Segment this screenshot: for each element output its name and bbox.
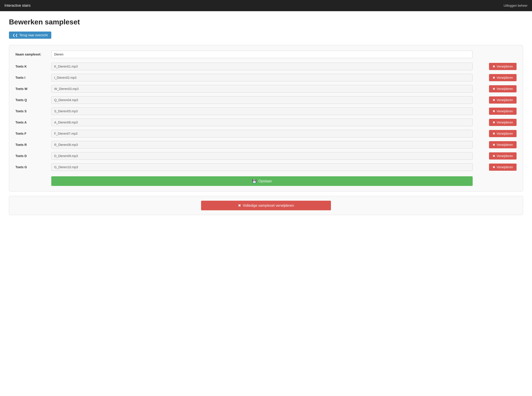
delete-full-button[interactable]: ✖ Volledige sampleset verwijderen — [201, 201, 331, 210]
toets-input-5[interactable] — [51, 119, 473, 126]
back-button[interactable]: ❮❮ Terug naar overzicht — [9, 32, 51, 39]
toets-label-5: Toets A — [15, 121, 51, 124]
toets-input-0[interactable] — [51, 63, 473, 70]
delete-button-0[interactable]: ✖ Verwijderen — [489, 63, 517, 70]
toets-input-col-4 — [51, 107, 473, 115]
toets-label-6: Toets F — [15, 132, 51, 135]
delete-button-3[interactable]: ✖ Verwijderen — [489, 96, 517, 104]
toets-row-2: Toets W ✖ Verwijderen — [15, 85, 517, 93]
delete-label-1: Verwijderen — [497, 76, 513, 79]
toets-label-9: Toets G — [15, 165, 51, 169]
toets-row-8: Toets D ✖ Verwijderen — [15, 152, 517, 160]
toets-input-col-3 — [51, 96, 473, 104]
toets-label-3: Toets Q — [15, 98, 51, 102]
toets-action-col-2: ✖ Verwijderen — [476, 85, 517, 92]
logout-link[interactable]: Uitloggen beheer — [503, 4, 527, 7]
save-icon: 💾 — [252, 179, 257, 183]
delete-button-5[interactable]: ✖ Verwijderen — [489, 119, 517, 126]
naam-label: Naam sampleset: — [15, 52, 51, 56]
toets-input-col-5 — [51, 119, 473, 126]
toets-input-6[interactable] — [51, 130, 473, 137]
toets-label-2: Toets W — [15, 87, 51, 91]
delete-label-7: Verwijderen — [497, 143, 513, 146]
delete-label-6: Verwijderen — [497, 132, 513, 135]
toets-action-col-1: ✖ Verwijderen — [476, 74, 517, 81]
naam-row: Naam sampleset: — [15, 51, 517, 58]
delete-button-1[interactable]: ✖ Verwijderen — [489, 74, 517, 81]
toets-action-col-3: ✖ Verwijderen — [476, 96, 517, 104]
delete-button-2[interactable]: ✖ Verwijderen — [489, 85, 517, 92]
delete-full-icon: ✖ — [238, 203, 241, 208]
toets-row-6: Toets F ✖ Verwijderen — [15, 130, 517, 137]
toets-label-4: Toets S — [15, 109, 51, 113]
toets-rows-container: Toets K ✖ Verwijderen Toets I ✖ Verwijde… — [15, 63, 517, 171]
toets-label-7: Toets R — [15, 143, 51, 146]
toets-label-8: Toets D — [15, 154, 51, 158]
delete-label-4: Verwijderen — [497, 109, 513, 113]
delete-button-9[interactable]: ✖ Verwijderen — [489, 163, 517, 171]
toets-input-4[interactable] — [51, 107, 473, 115]
toets-row-1: Toets I ✖ Verwijderen — [15, 74, 517, 82]
toets-action-col-9: ✖ Verwijderen — [476, 163, 517, 171]
page-content: Bewerken sampleset ❮❮ Terug naar overzic… — [0, 11, 532, 396]
delete-full-label: Volledige sampleset verwijderen — [243, 204, 294, 208]
toets-input-col-9 — [51, 163, 473, 171]
delete-label-3: Verwijderen — [497, 98, 513, 102]
toets-input-3[interactable] — [51, 96, 473, 104]
toets-input-col-7 — [51, 141, 473, 149]
toets-action-col-7: ✖ Verwijderen — [476, 141, 517, 148]
toets-input-col-2 — [51, 85, 473, 93]
toets-action-col-5: ✖ Verwijderen — [476, 119, 517, 126]
delete-icon-6: ✖ — [493, 132, 495, 135]
delete-label-5: Verwijderen — [497, 121, 513, 124]
toets-row-7: Toets R ✖ Verwijderen — [15, 141, 517, 149]
toets-row-5: Toets A ✖ Verwijderen — [15, 119, 517, 126]
delete-button-6[interactable]: ✖ Verwijderen — [489, 130, 517, 137]
delete-label-9: Verwijderen — [497, 165, 513, 169]
toets-input-9[interactable] — [51, 163, 473, 171]
toets-row-3: Toets Q ✖ Verwijderen — [15, 96, 517, 104]
toets-input-col-6 — [51, 130, 473, 137]
toets-input-2[interactable] — [51, 85, 473, 93]
delete-icon-9: ✖ — [493, 165, 495, 169]
save-label: Opslaan — [258, 179, 272, 183]
app-title: Interactive stairs — [5, 4, 30, 8]
toets-input-col-1 — [51, 74, 473, 82]
toets-row-0: Toets K ✖ Verwijderen — [15, 63, 517, 70]
naam-input-col — [51, 51, 473, 58]
toets-action-col-8: ✖ Verwijderen — [476, 152, 517, 159]
toets-label-0: Toets K — [15, 65, 51, 68]
save-row: 💾 Opslaan — [51, 175, 517, 186]
navbar: Interactive stairs Uitloggen beheer — [0, 0, 532, 11]
delete-label-2: Verwijderen — [497, 87, 513, 91]
delete-icon-4: ✖ — [493, 109, 495, 113]
toets-input-1[interactable] — [51, 74, 473, 82]
toets-row-9: Toets G ✖ Verwijderen — [15, 163, 517, 171]
delete-button-4[interactable]: ✖ Verwijderen — [489, 108, 517, 115]
delete-icon-5: ✖ — [493, 121, 495, 124]
delete-button-7[interactable]: ✖ Verwijderen — [489, 141, 517, 148]
toets-action-col-4: ✖ Verwijderen — [476, 108, 517, 115]
delete-icon-8: ✖ — [493, 154, 495, 158]
toets-input-8[interactable] — [51, 152, 473, 160]
delete-label-8: Verwijderen — [497, 154, 513, 158]
toets-input-col-0 — [51, 63, 473, 70]
delete-icon-2: ✖ — [493, 87, 495, 91]
toets-action-col-6: ✖ Verwijderen — [476, 130, 517, 137]
delete-icon-7: ✖ — [493, 143, 495, 146]
delete-icon-3: ✖ — [493, 98, 495, 102]
delete-icon-1: ✖ — [493, 76, 495, 79]
toets-action-col-0: ✖ Verwijderen — [476, 63, 517, 70]
toets-row-4: Toets S ✖ Verwijderen — [15, 107, 517, 115]
delete-icon-0: ✖ — [493, 65, 495, 68]
toets-input-col-8 — [51, 152, 473, 160]
save-button[interactable]: 💾 Opslaan — [51, 176, 473, 186]
back-arrow-icon: ❮❮ — [12, 33, 18, 37]
toets-input-7[interactable] — [51, 141, 473, 149]
page-heading: Bewerken sampleset — [9, 18, 523, 26]
delete-full-card: ✖ Volledige sampleset verwijderen — [9, 196, 523, 215]
delete-label-0: Verwijderen — [497, 65, 513, 68]
sampleset-form-card: Naam sampleset: Toets K ✖ Verwijderen To… — [9, 45, 523, 192]
naam-input[interactable] — [51, 51, 473, 58]
delete-button-8[interactable]: ✖ Verwijderen — [489, 152, 517, 159]
